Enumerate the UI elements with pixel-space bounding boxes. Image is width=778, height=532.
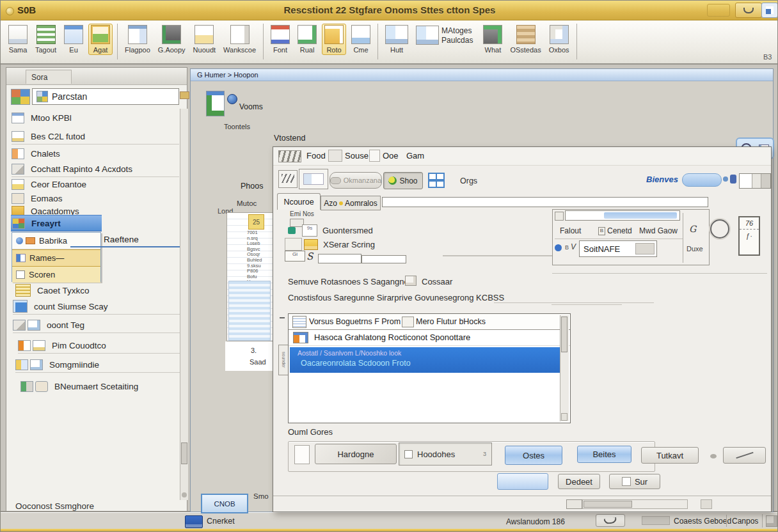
dedeet-button[interactable]: Dedeet xyxy=(558,474,600,489)
highlighted-blank-button[interactable] xyxy=(497,473,548,490)
maximize-button[interactable] xyxy=(735,3,762,18)
toolbar-button-roto[interactable]: Roto xyxy=(322,24,346,55)
active-toolbar-button[interactable]: Shoo xyxy=(383,172,423,189)
scrollbar-thumb[interactable] xyxy=(561,317,568,352)
toolbar-label: What xyxy=(485,46,502,54)
sidebar-item[interactable]: Caoet Tyxkco xyxy=(15,283,183,298)
toolbar-button-font[interactable]: Font xyxy=(268,24,292,55)
option-row[interactable]: XSerar Scring xyxy=(285,237,477,252)
sidebar-scrollbar[interactable] xyxy=(180,109,188,500)
header-checkbox[interactable] xyxy=(402,317,414,327)
toolbar-button-oxbos[interactable]: Oxbos xyxy=(546,24,572,55)
sothnage-field[interactable]: SoitNAFE xyxy=(579,240,657,257)
minus-tick[interactable] xyxy=(280,317,285,318)
edit-button[interactable] xyxy=(723,447,766,464)
hscroll-button[interactable] xyxy=(566,499,582,509)
table-icon[interactable] xyxy=(428,173,445,188)
menu-item-ooe[interactable]: Ooe xyxy=(383,151,399,160)
toolbar-button-nuoudt[interactable]: Nuoudt xyxy=(191,24,218,55)
small-input-1[interactable] xyxy=(318,254,361,263)
col-mwd-gaow[interactable]: Mwd Gaow xyxy=(639,226,678,235)
list-header[interactable]: Vorsus Boguetrns F Prom Mero Flutur bHoc… xyxy=(289,314,570,330)
ostes-button[interactable]: Ostes xyxy=(505,446,562,465)
menu-blank-button[interactable] xyxy=(369,150,380,162)
submenu-item[interactable]: Scoren xyxy=(12,267,100,283)
close-button[interactable] xyxy=(761,3,778,18)
window-titlebar[interactable]: S0B Rescstiont 22 Stgfare Onoms Sttes ct… xyxy=(1,1,778,20)
sidebar-item[interactable]: BNeumaert Scetaiting xyxy=(20,379,188,394)
small-input-2[interactable] xyxy=(361,255,406,263)
format-field[interactable] xyxy=(565,210,680,221)
toolbar-button-agat[interactable]: Agat xyxy=(88,24,113,55)
sidebar-item[interactable]: count Siumse Scay xyxy=(13,299,180,315)
menu-blank-button[interactable] xyxy=(328,150,342,162)
submenu-item-highlighted[interactable]: Rames— xyxy=(12,249,100,267)
field-button[interactable] xyxy=(635,243,655,254)
hardogne-button[interactable]: Hardogne xyxy=(315,444,397,464)
views-slider[interactable] xyxy=(682,173,722,187)
disabled-toolbar-button[interactable]: Okmanzana xyxy=(329,172,382,189)
minimize-button[interactable] xyxy=(707,4,730,17)
sidebar-search-input[interactable]: Parcstan xyxy=(32,88,179,105)
tool-icon-box[interactable] xyxy=(299,169,328,189)
sur-button[interactable]: Sur xyxy=(609,474,660,489)
status-button[interactable] xyxy=(596,514,625,527)
col-cenetd[interactable]: Cenetd xyxy=(607,226,632,235)
tool-icon-box[interactable] xyxy=(278,170,298,188)
sidebar-item[interactable]: Mtoo KPBl xyxy=(12,110,179,125)
toolbar-label: Oxbos xyxy=(549,46,569,54)
tab-ncouroe[interactable]: Ncouroe xyxy=(277,193,321,210)
toolbar-button-rual[interactable]: Rual xyxy=(295,24,319,55)
segment-1[interactable] xyxy=(740,174,752,188)
scrollbar-thumb[interactable] xyxy=(584,501,632,508)
menu-item-gam[interactable]: Gam xyxy=(406,151,424,160)
beites-button[interactable]: Beites xyxy=(577,446,631,463)
save-button[interactable]: Smo xyxy=(253,492,269,500)
sidebar-item[interactable]: Cochatt Rapinto 4 Acxdots xyxy=(12,161,179,177)
menu-item-souse[interactable]: Souse xyxy=(345,151,369,160)
cnob-button[interactable]: CNOB xyxy=(201,494,248,513)
tutkavt-button[interactable]: Tutkavt xyxy=(641,447,699,464)
toolbar-button-gaoopy[interactable]: G.Aoopy xyxy=(155,24,188,55)
hscroll-stub[interactable] xyxy=(701,499,712,509)
sidebar-item[interactable]: ooont Teg xyxy=(13,317,180,333)
address-input[interactable] xyxy=(382,197,708,207)
horizontal-scrollbar[interactable] xyxy=(582,499,688,509)
background-window-titlebar[interactable]: G Humer > Hoopon xyxy=(191,69,773,81)
toolbar-button-cme[interactable]: Cme xyxy=(349,24,373,55)
list-scrollbar[interactable] xyxy=(560,315,569,421)
toolbar-button-matoges[interactable]: MAtoges Paulcdas xyxy=(413,24,478,47)
toolbar-button-wankscoe[interactable]: Wankscoe xyxy=(221,24,258,55)
col-falout[interactable]: Falout xyxy=(560,226,581,235)
sidebar-item[interactable]: Chalets xyxy=(12,146,179,161)
toolbar-button-sama[interactable]: Sama xyxy=(6,24,30,55)
scrollbar-button[interactable] xyxy=(561,413,568,421)
toolbar-button-flagpoo[interactable]: Flagpoo xyxy=(122,24,153,55)
sidebar-item-selected[interactable]: Freayrt xyxy=(11,215,102,231)
hoodohes-checkbox[interactable] xyxy=(404,450,413,458)
sidebar-header-tab[interactable]: Sora xyxy=(26,70,72,84)
toolbar-button-hutt[interactable]: Hutt xyxy=(383,24,411,55)
list-row-selected[interactable]: Aostatl / Ssanlvom L/Nooshko look Oacare… xyxy=(290,347,561,373)
scrollbar-thumb[interactable] xyxy=(181,442,187,464)
menu-item-food[interactable]: Food xyxy=(306,151,326,160)
sidebar-item[interactable]: Ceor Efoantoe xyxy=(12,176,179,192)
sidebar-item[interactable]: Pim Couodtco xyxy=(18,338,186,354)
segment-3[interactable] xyxy=(761,174,770,188)
tab-aomralos[interactable]: Azo Aomralos xyxy=(321,196,381,210)
segment-2[interactable] xyxy=(752,174,762,188)
sidebar-item[interactable]: Somgmiindie xyxy=(15,357,183,373)
toolbar-button-eu[interactable]: Eu xyxy=(61,24,86,55)
toolbar-button-osstedas[interactable]: OSstedas xyxy=(507,24,543,55)
toolbar-button-tagout[interactable]: Tagout xyxy=(33,24,59,55)
list-row[interactable]: Hasoca Grahlatong Rocticonot Sponottare xyxy=(289,329,570,346)
math-icon-box[interactable]: 76 ƒ· xyxy=(738,216,760,256)
phoos-label[interactable]: Phoos xyxy=(241,182,263,191)
toolbar-button-what[interactable]: What xyxy=(480,24,505,55)
fold-checkbox-icon[interactable] xyxy=(405,276,417,286)
scrollbar-button[interactable] xyxy=(182,492,187,497)
option-row[interactable]: 9s Guontersmed xyxy=(288,223,480,238)
highlighted-cell[interactable]: 25 xyxy=(248,214,264,230)
sidebar-item[interactable]: Bes C2L futod xyxy=(12,129,179,145)
segmented-control[interactable] xyxy=(739,173,771,189)
